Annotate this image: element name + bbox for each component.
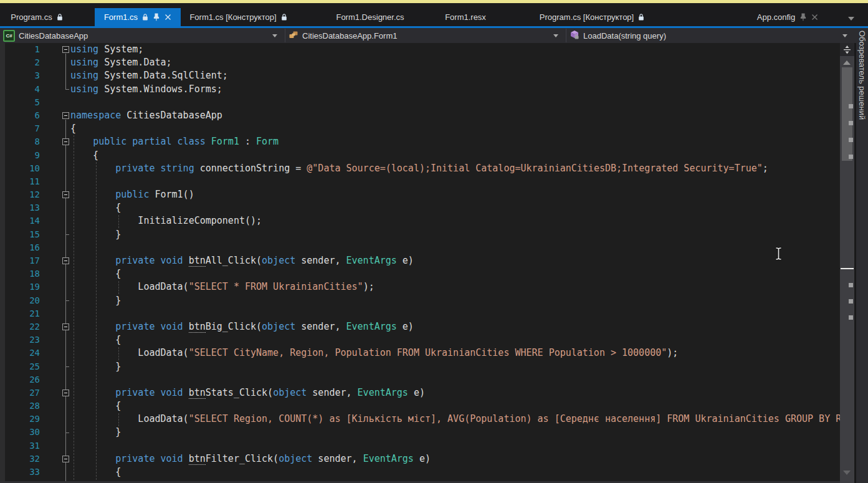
fold-margin (40, 175, 70, 188)
code-line-6[interactable]: 6namespace CitiesDatabaseApp (0, 109, 840, 122)
close-icon[interactable] (811, 14, 818, 21)
code-line-7[interactable]: 7{ (0, 122, 840, 135)
code-line-10[interactable]: 10 private string connectionString = @"D… (0, 162, 840, 175)
code-line-15[interactable]: 15 } (0, 228, 840, 241)
member-dropdown[interactable]: LoadData(string query) (566, 28, 856, 43)
code-text: namespace CitiesDatabaseApp (70, 109, 222, 122)
solution-explorer-collapsed-tab[interactable]: Обозреватель решений (856, 28, 868, 483)
code-line-20[interactable]: 20 } (0, 294, 840, 307)
code-line-2[interactable]: 2using System.Data; (0, 56, 840, 69)
fold-margin (40, 149, 70, 162)
type-dropdown-arrow-icon[interactable] (553, 34, 558, 37)
tab-program.cs-конструктор-[interactable]: Program.cs [Конструктор] (525, 8, 659, 26)
code-line-13[interactable]: 13 { (0, 201, 840, 214)
code-line-25[interactable]: 25 } (0, 360, 840, 373)
project-dropdown-arrow-icon[interactable] (272, 34, 277, 37)
tab-label: Program.cs (11, 12, 52, 22)
lock-icon (638, 13, 644, 21)
code-line-19[interactable]: 19 LoadData("SELECT * FROM UkrainianCiti… (0, 280, 840, 294)
code-line-18[interactable]: 18 { (0, 267, 840, 280)
close-icon[interactable] (165, 14, 171, 21)
lock-icon (142, 13, 148, 21)
code-line-9[interactable]: 9 { (0, 149, 840, 162)
line-number: 28 (0, 399, 40, 413)
fold-margin (40, 413, 70, 426)
code-line-11[interactable]: 11 (0, 175, 840, 188)
scrollbar-mark (849, 121, 853, 125)
scrollbar-mark (849, 283, 853, 287)
code-line-23[interactable]: 23 { (0, 333, 840, 347)
code-text: private void btnFilter_Click(object send… (70, 452, 431, 466)
code-text: using System.Data.SqlClient; (70, 69, 228, 82)
code-line-4[interactable]: 4using System.Windows.Forms; (0, 83, 840, 96)
code-editor[interactable]: 1using System;2using System.Data;3using … (0, 43, 840, 483)
tab-form1.resx[interactable]: Form1.resx (426, 8, 505, 26)
code-line-26[interactable]: 26 (0, 373, 840, 386)
line-number: 14 (0, 214, 40, 227)
code-line-1[interactable]: 1using System; (0, 43, 840, 56)
tab-form1.cs-конструктор-[interactable]: Form1.cs [Конструктор] (183, 8, 294, 26)
code-text: public partial class Form1 : Form (70, 135, 279, 148)
line-number: 12 (0, 188, 40, 201)
code-text: private void btnStats_Click(object sende… (70, 386, 425, 399)
code-line-32[interactable]: 32 private void btnFilter_Click(object s… (0, 452, 840, 466)
code-line-21[interactable]: 21 (0, 307, 840, 320)
tab-app.config[interactable]: App.config (726, 8, 849, 26)
pin-icon[interactable] (153, 13, 160, 21)
line-number: 15 (0, 228, 40, 241)
code-text: private void btnAll_Click(object sender,… (70, 254, 414, 267)
code-line-33[interactable]: 33 { (0, 466, 840, 479)
code-line-12[interactable]: 12 public Form1() (0, 188, 840, 201)
tab-form1.cs[interactable]: Form1.cs (95, 8, 181, 26)
code-text: { (70, 201, 121, 214)
code-line-14[interactable]: 14 InitializeComponent(); (0, 214, 840, 227)
code-line-22[interactable]: 22 private void btnBig_Click(object send… (0, 320, 840, 333)
fold-margin (40, 83, 70, 96)
scrollbar-caret-position-mark (841, 268, 854, 269)
code-line-3[interactable]: 3using System.Data.SqlClient; (0, 69, 840, 82)
type-dropdown[interactable]: CitiesDatabaseApp.Form1 (285, 28, 566, 43)
fold-margin (40, 43, 70, 56)
scrollbar-down-arrow-icon[interactable] (843, 471, 851, 475)
tab-form1.designer.cs[interactable]: Form1.Designer.cs (315, 8, 426, 26)
fold-margin (40, 188, 70, 201)
project-dropdown[interactable]: C# CitiesDatabaseApp (0, 28, 285, 43)
tab-program.cs[interactable]: Program.cs (0, 8, 74, 26)
tab-label: Program.cs [Конструктор] (540, 12, 634, 22)
code-line-5[interactable]: 5 (0, 96, 840, 109)
fold-margin (40, 360, 70, 373)
line-number: 1 (0, 43, 40, 56)
scrollbar-thumb[interactable] (842, 67, 852, 161)
method-icon (570, 30, 579, 42)
vertical-scrollbar[interactable] (840, 43, 854, 483)
fold-margin (40, 109, 70, 122)
fold-margin (40, 373, 70, 386)
csharp-project-icon: C# (3, 30, 15, 42)
line-number: 9 (0, 149, 40, 162)
code-line-17[interactable]: 17 private void btnAll_Click(object send… (0, 254, 840, 267)
line-number: 25 (0, 360, 40, 373)
code-line-16[interactable]: 16 (0, 241, 840, 254)
editor-splitter-handle[interactable] (840, 43, 854, 57)
line-number: 3 (0, 69, 40, 82)
code-text: using System.Windows.Forms; (70, 83, 222, 96)
code-line-8[interactable]: 8 public partial class Form1 : Form (0, 135, 840, 148)
scrollbar-up-arrow-icon[interactable] (843, 60, 851, 65)
line-number: 13 (0, 201, 40, 214)
code-line-31[interactable]: 31 (0, 439, 840, 452)
scrollbar-mark (849, 138, 853, 142)
code-line-29[interactable]: 29 LoadData("SELECT Region, COUNT(*) as … (0, 413, 840, 426)
line-number: 5 (0, 96, 40, 109)
line-number: 11 (0, 175, 40, 188)
line-number: 32 (0, 452, 40, 466)
code-line-24[interactable]: 24 LoadData("SELECT CityName, Region, Po… (0, 347, 840, 360)
code-line-27[interactable]: 27 private void btnStats_Click(object se… (0, 386, 840, 399)
fold-margin (40, 69, 70, 82)
line-number: 27 (0, 386, 40, 399)
pin-icon[interactable] (799, 13, 807, 21)
code-text: } (70, 360, 121, 373)
code-line-28[interactable]: 28 { (0, 399, 840, 413)
code-line-30[interactable]: 30 } (0, 426, 840, 439)
member-dropdown-arrow-icon[interactable] (842, 34, 847, 37)
code-text: LoadData("SELECT * FROM UkrainianCities"… (70, 280, 374, 294)
